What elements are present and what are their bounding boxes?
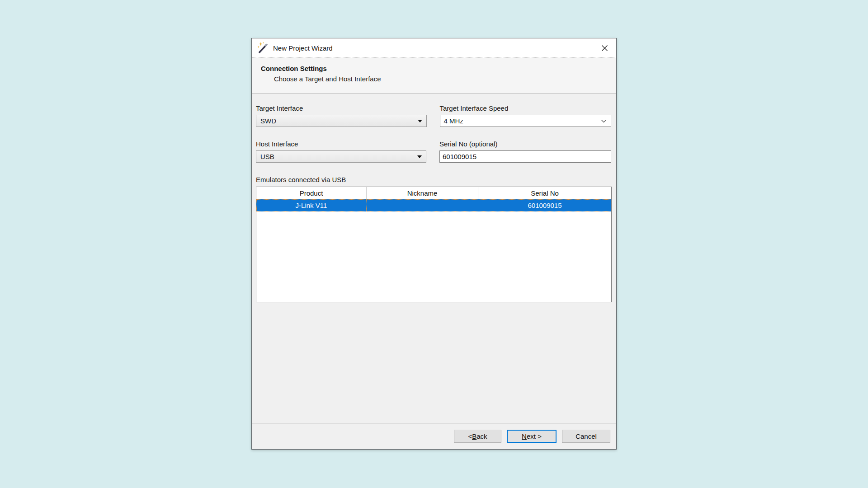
column-header-product[interactable]: Product bbox=[256, 187, 367, 199]
page-subtitle: Choose a Target and Host Interface bbox=[274, 75, 616, 83]
table-empty-area bbox=[256, 211, 611, 302]
close-icon bbox=[601, 45, 608, 52]
cell-serial-no[interactable]: 601009015 bbox=[478, 199, 611, 211]
window-title: New Project Wizard bbox=[273, 44, 333, 52]
emulator-table-header: Product Nickname Serial No bbox=[256, 187, 611, 199]
column-header-serial-no[interactable]: Serial No bbox=[478, 187, 611, 199]
host-interface-value: USB bbox=[260, 153, 274, 160]
serial-no-input[interactable] bbox=[439, 150, 611, 163]
dropdown-arrow-icon bbox=[418, 120, 422, 122]
wizard-content: Target Interface SWD Target Interface Sp… bbox=[252, 94, 616, 423]
back-button-mnemonic: B bbox=[472, 432, 476, 440]
cell-nickname[interactable] bbox=[367, 199, 478, 211]
next-button[interactable]: Next > bbox=[507, 430, 557, 443]
titlebar: New Project Wizard bbox=[252, 38, 616, 58]
page-title: Connection Settings bbox=[261, 65, 616, 72]
table-row-selected[interactable]: J-Link V11 601009015 bbox=[256, 199, 611, 211]
target-interface-speed-value: 4 MHz bbox=[444, 117, 463, 125]
back-button-suffix: ack bbox=[476, 432, 487, 440]
magic-wand-icon bbox=[257, 42, 269, 54]
host-interface-label: Host Interface bbox=[256, 140, 426, 148]
next-button-suffix: ext > bbox=[527, 432, 542, 440]
target-interface-label: Target Interface bbox=[256, 104, 427, 112]
next-button-mnemonic: N bbox=[522, 432, 527, 440]
target-interface-value: SWD bbox=[260, 117, 276, 125]
cancel-button[interactable]: Cancel bbox=[562, 430, 610, 443]
target-interface-speed-label: Target Interface Speed bbox=[440, 104, 612, 112]
column-header-nickname[interactable]: Nickname bbox=[367, 187, 478, 199]
new-project-wizard-dialog: New Project Wizard Connection Settings C… bbox=[251, 38, 617, 450]
serial-no-label: Serial No (optional) bbox=[439, 140, 611, 148]
chevron-down-icon bbox=[601, 119, 607, 123]
dropdown-arrow-icon bbox=[417, 155, 422, 158]
back-button[interactable]: < Back bbox=[454, 430, 501, 443]
back-button-prefix: < bbox=[468, 432, 472, 440]
emulator-table[interactable]: Product Nickname Serial No J-Link V11 60… bbox=[256, 187, 612, 302]
target-interface-dropdown[interactable]: SWD bbox=[256, 115, 427, 127]
target-interface-speed-combo[interactable]: 4 MHz bbox=[440, 115, 612, 127]
emulators-label: Emulators connected via USB bbox=[256, 176, 611, 183]
button-bar: < Back Next > Cancel bbox=[252, 423, 616, 449]
cancel-button-label: Cancel bbox=[576, 432, 597, 440]
wizard-header: Connection Settings Choose a Target and … bbox=[252, 58, 616, 94]
close-button[interactable] bbox=[597, 41, 612, 55]
cell-product[interactable]: J-Link V11 bbox=[256, 199, 367, 211]
host-interface-dropdown[interactable]: USB bbox=[256, 150, 426, 163]
